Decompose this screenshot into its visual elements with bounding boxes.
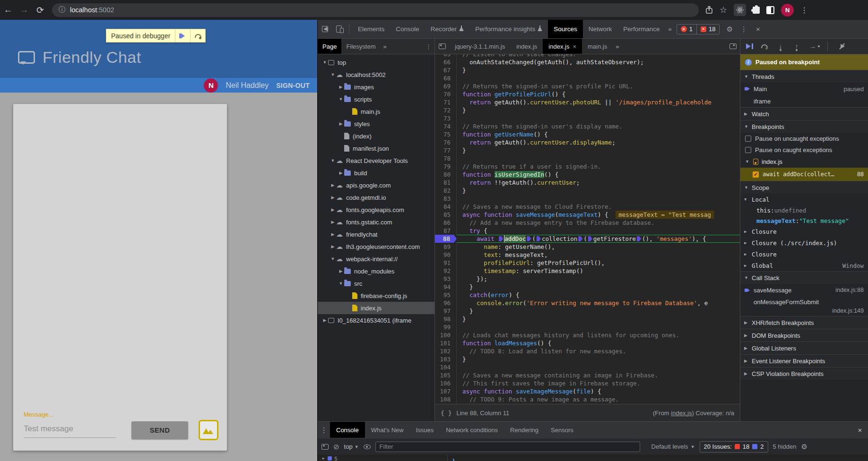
chevron-collapsed-icon[interactable]: ▶	[338, 171, 344, 175]
drawer-tab-sensors[interactable]: Sensors	[545, 422, 580, 438]
line-number-67[interactable]: 67	[435, 66, 457, 74]
chevron-collapsed-icon[interactable]: ▶	[321, 318, 328, 323]
tree-item-fonts.gstatic.com[interactable]: ▶☁fonts.gstatic.com	[318, 216, 434, 228]
breakpoint-file-group[interactable]: ▼index.js	[740, 155, 868, 168]
tab-groups-icon[interactable]	[766, 6, 774, 14]
devtools-tab-console[interactable]: Console	[390, 20, 425, 38]
tree-item-top[interactable]: ▼top	[318, 56, 434, 68]
line-number-93[interactable]: 93	[435, 275, 457, 283]
tree-item-src[interactable]: ▼src	[318, 277, 434, 290]
section-dom-breakpoints[interactable]: ▶DOM Breakpoints	[740, 329, 868, 341]
step-out-button[interactable]: ↑	[792, 43, 801, 49]
line-number-99[interactable]: 99	[435, 323, 457, 331]
section-threads[interactable]: ▼Threads	[740, 70, 868, 83]
forward-icon[interactable]: →	[16, 5, 32, 15]
toggle-debugger-sidebar-icon[interactable]	[726, 39, 740, 54]
chevron-collapsed-icon[interactable]: ▶	[330, 183, 336, 188]
tree-item-images[interactable]: ▶images	[318, 81, 434, 93]
scope-closure[interactable]: ▶Closure	[740, 226, 868, 237]
chevron-expanded-icon[interactable]: ▼	[330, 158, 336, 163]
more-navigator-tabs-icon[interactable]: »	[381, 43, 390, 50]
line-number-105[interactable]: 105	[435, 371, 457, 379]
send-button[interactable]: SEND	[131, 421, 188, 439]
tab-filesystem[interactable]: Filesystem	[341, 39, 380, 54]
line-number-103[interactable]: 103	[435, 355, 457, 363]
back-icon[interactable]: ←	[0, 5, 16, 15]
console-prompt-partial[interactable]: ›	[448, 455, 868, 461]
line-number-76[interactable]: 76	[435, 138, 457, 146]
line-number-83[interactable]: 83	[435, 195, 457, 203]
live-expression-eye-icon[interactable]	[364, 444, 371, 449]
line-number-68[interactable]: 68	[435, 74, 457, 82]
chevron-collapsed-icon[interactable]: ▶	[330, 220, 336, 224]
stack-frame-saveMessage[interactable]: saveMessageindex.js:88	[740, 284, 868, 296]
step-button[interactable]: →	[808, 43, 817, 49]
tree-item-build[interactable]: ▶build	[318, 167, 434, 179]
close-devtools-icon[interactable]: ×	[751, 25, 765, 33]
sign-out-button[interactable]: SIGN-OUT	[276, 82, 310, 89]
scope-closure[interactable]: ▶Closure (./src/index.js)	[740, 237, 868, 248]
line-number-78[interactable]: 78	[435, 154, 457, 162]
browser-profile-avatar[interactable]: N	[781, 4, 794, 17]
chevron-expanded-icon[interactable]: ▼	[330, 72, 336, 77]
reload-icon[interactable]: ⟳	[32, 5, 48, 16]
line-number-82[interactable]: 82	[435, 187, 457, 195]
chevron-collapsed-icon[interactable]: ▶	[330, 207, 336, 212]
source-link[interactable]: index.js	[671, 410, 692, 417]
line-number-70[interactable]: 70	[435, 90, 457, 98]
drawer-tab-issues[interactable]: Issues	[410, 422, 440, 438]
line-number-72[interactable]: 72	[435, 106, 457, 114]
tree-item-i0-1682416534051--iframe[interactable]: ▶I0_1682416534051 (iframe	[318, 314, 434, 326]
section-watch[interactable]: ▶Watch	[740, 107, 868, 120]
line-number-95[interactable]: 95	[435, 291, 457, 299]
pretty-print-icon[interactable]: { }	[441, 410, 451, 417]
tree-item-scripts[interactable]: ▼scripts	[318, 93, 434, 105]
chevron-collapsed-icon[interactable]: ▶	[330, 244, 336, 249]
line-number-88[interactable]: 88	[435, 235, 457, 243]
line-number-69[interactable]: 69	[435, 82, 457, 90]
chevron-expanded-icon[interactable]: ▼	[330, 256, 336, 261]
tree-item-node-modules[interactable]: ▶node_modules	[318, 265, 434, 277]
section-xhr-fetch-breakpoints[interactable]: ▶XHR/fetch Breakpoints	[740, 316, 868, 329]
console-sidebar-icon[interactable]	[321, 444, 329, 450]
file-tab-index.js[interactable]: index.js×	[543, 39, 582, 54]
breakpoint-entry[interactable]: ✓await addDoc(collect…88	[740, 168, 868, 181]
tree-item-webpack-internal---[interactable]: ▼☁webpack-internal://	[318, 253, 434, 265]
section-scope[interactable]: ▼Scope	[740, 181, 868, 194]
line-number-80[interactable]: 80	[435, 171, 457, 179]
tree-item--index-[interactable]: (index)	[318, 130, 434, 142]
tree-item-localhost-5002[interactable]: ▼☁localhost:5002	[318, 68, 434, 81]
line-number-87[interactable]: 87	[435, 227, 457, 235]
chevron-collapsed-icon[interactable]: ▶	[330, 232, 336, 237]
deactivate-breakpoints-button[interactable]	[838, 44, 847, 49]
line-number-77[interactable]: 77	[435, 146, 457, 154]
line-number-84[interactable]: 84	[435, 203, 457, 211]
tree-item-main.js[interactable]: main.js	[318, 105, 434, 118]
line-number-100[interactable]: 100	[435, 331, 457, 339]
tree-item-react-developer-tools[interactable]: ▼☁React Developer Tools	[318, 154, 434, 167]
drawer-tab-console[interactable]: Console	[330, 422, 365, 438]
drawer-tab-what-s-new[interactable]: What's New	[365, 422, 410, 438]
devtools-tab-recorder[interactable]: Recorder	[425, 20, 470, 38]
site-info-icon[interactable]: ⓘ	[59, 6, 65, 14]
chevron-expanded-icon[interactable]: ▼	[321, 60, 328, 65]
file-tab-main.js[interactable]: main.js	[582, 39, 613, 54]
section-global-listeners[interactable]: ▶Global Listeners	[740, 341, 868, 354]
tab-page[interactable]: Page	[318, 39, 341, 54]
line-number-94[interactable]: 94	[435, 283, 457, 291]
line-number-101[interactable]: 101	[435, 339, 457, 347]
line-number-106[interactable]: 106	[435, 379, 457, 387]
line-number-107[interactable]: 107	[435, 387, 457, 395]
extensions-icon[interactable]	[753, 7, 760, 14]
drawer-tab-rendering[interactable]: Rendering	[504, 422, 545, 438]
tree-item-lh3.googleusercontent.com[interactable]: ▶☁lh3.googleusercontent.com	[318, 240, 434, 253]
banner-step-over-button[interactable]	[190, 29, 205, 42]
tree-item-code.getmdl.io[interactable]: ▶☁code.getmdl.io	[318, 191, 434, 204]
more-tabs-icon[interactable]: »	[666, 26, 675, 33]
devtools-menu-icon[interactable]: ⋮	[737, 25, 751, 34]
checkbox-unchecked-icon[interactable]	[745, 147, 751, 153]
line-number-97[interactable]: 97	[435, 307, 457, 315]
step-into-button[interactable]: ↓	[776, 43, 785, 49]
error-badge[interactable]: ✕ 1	[677, 25, 696, 34]
chevron-expanded-icon[interactable]: ▼	[338, 281, 344, 286]
